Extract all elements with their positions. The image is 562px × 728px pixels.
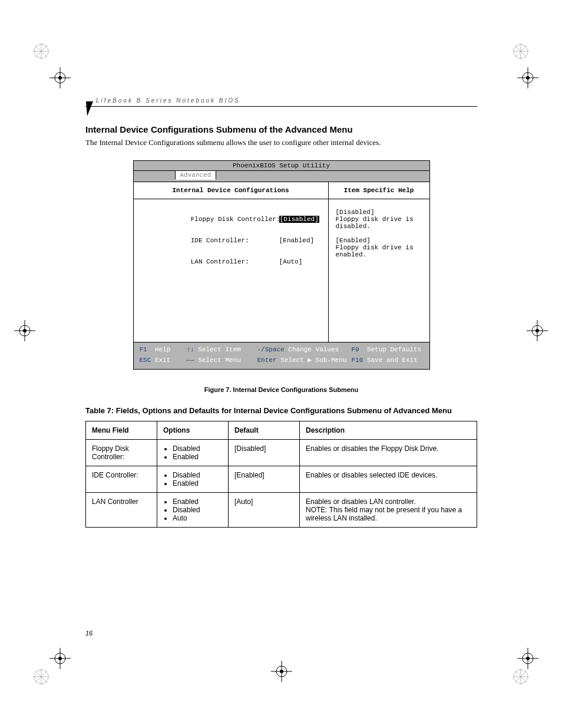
th-menu-field: Menu Field <box>86 421 157 440</box>
bios-option-value[interactable]: [Auto] <box>279 258 303 265</box>
cell-menu-field: IDE Controller: <box>86 466 157 493</box>
header-rule <box>85 106 477 107</box>
key-updown: ↑↓ <box>187 346 194 353</box>
option-item: Disabled <box>173 506 222 514</box>
registration-rosette-icon <box>512 42 530 60</box>
help-line: disabled. <box>336 223 422 230</box>
svg-point-38 <box>280 670 283 673</box>
bios-option-label: Floppy Disk Controller: <box>191 216 279 223</box>
svg-point-47 <box>526 657 530 660</box>
bios-option-label: LAN Controller: <box>191 258 279 265</box>
crop-mark-icon <box>14 320 35 341</box>
crop-mark-icon <box>527 320 548 341</box>
key-enter: Enter <box>257 357 277 364</box>
bios-help-heading: Item Specific Help <box>329 182 429 199</box>
table-header-row: Menu Field Options Default Description <box>86 421 477 440</box>
table-row: LAN ControllerEnabledDisabledAuto[Auto]E… <box>86 493 477 528</box>
bios-tab-advanced[interactable]: Advanced <box>175 170 217 180</box>
option-item: Enabled <box>173 498 222 506</box>
foot-label: Help <box>155 346 170 353</box>
svg-point-21 <box>23 329 27 332</box>
bios-tab-bar: Advanced <box>134 171 429 182</box>
cell-default: [Enabled] <box>229 466 300 493</box>
section-title: Internal Device Configurations Submenu o… <box>85 124 477 134</box>
foot-label: Change Values <box>288 346 339 353</box>
svg-point-8 <box>58 76 62 80</box>
bios-option-value-selected[interactable]: [Disabled] <box>279 216 319 223</box>
help-line: [Disabled] <box>336 209 422 216</box>
option-item: Auto <box>173 514 222 522</box>
bios-options-heading: Internal Device Configurations <box>134 182 328 199</box>
help-line: Floppy disk drive is <box>336 216 422 223</box>
crop-mark-icon <box>517 67 538 88</box>
key-f1: F1 <box>140 346 147 353</box>
th-description: Description <box>300 421 477 440</box>
table-caption: Table 7: Fields, Options and Defaults fo… <box>85 406 477 415</box>
crop-mark-icon <box>271 661 292 682</box>
crop-mark-icon <box>49 67 71 88</box>
registration-rosette-icon <box>32 668 50 686</box>
key-leftright: ←→ <box>187 357 194 364</box>
cell-default: [Auto] <box>229 493 300 528</box>
option-item: Enabled <box>173 479 222 487</box>
table-row: IDE Controller:DisabledEnabled[Enabled]E… <box>86 466 477 493</box>
registration-rosette-icon <box>512 668 530 686</box>
option-item: Disabled <box>173 471 222 479</box>
foot-label: Save and Exit <box>367 357 418 364</box>
key-minus-space: -/Space <box>257 346 285 353</box>
key-esc: ESC <box>140 357 151 364</box>
bios-option-row[interactable]: LAN Controller:[Auto] <box>144 251 318 272</box>
cell-description: Enables or disables LAN controller. NOTE… <box>300 493 477 528</box>
th-options: Options <box>157 421 229 440</box>
header-tick-icon <box>85 101 94 117</box>
bios-help-text: [Disabled] Floppy disk drive is disabled… <box>329 199 429 342</box>
foot-label: Setup Defaults <box>367 346 421 353</box>
registration-rosette-icon <box>32 42 50 60</box>
cell-menu-field: Floppy Disk Controller: <box>86 440 157 466</box>
bios-option-row[interactable]: Floppy Disk Controller:[Disabled] <box>144 209 318 230</box>
crop-mark-icon <box>49 648 71 669</box>
crop-mark-icon <box>517 648 538 669</box>
help-line: enabled. <box>336 251 422 258</box>
page-content: LifeBook B Series Notebook BIOS Internal… <box>85 97 477 528</box>
foot-label: Select Menu <box>198 357 241 364</box>
cell-options: DisabledEnabled <box>157 466 229 493</box>
cell-options: DisabledEnabled <box>157 440 229 466</box>
running-head-text: LifeBook B Series Notebook BIOS <box>96 97 477 104</box>
svg-point-17 <box>526 76 530 80</box>
running-head: LifeBook B Series Notebook BIOS <box>85 97 477 107</box>
page-number: 16 <box>85 630 92 637</box>
option-item: Disabled <box>173 444 222 453</box>
help-line: Floppy disk drive is <box>336 244 422 251</box>
bios-option-value[interactable]: [Enabled] <box>279 237 314 244</box>
svg-point-34 <box>58 657 62 660</box>
foot-label: Select Item <box>198 346 241 353</box>
cell-description: Enables or disables the Floppy Disk Driv… <box>300 440 477 466</box>
intro-paragraph: The Internal Device Configurations subme… <box>85 138 477 147</box>
foot-label: Exit <box>155 357 170 364</box>
key-f10: F10 <box>352 357 363 364</box>
bios-footer: F1 Help ↑↓ Select Item -/Space Change Va… <box>134 342 429 369</box>
cell-menu-field: LAN Controller <box>86 493 157 528</box>
table-row: Floppy Disk Controller:DisabledEnabled[D… <box>86 440 477 466</box>
bios-options-pane: Internal Device Configurations Floppy Di… <box>134 182 329 342</box>
bios-window: PhoenixBIOS Setup Utility Advanced Inter… <box>133 160 430 370</box>
th-default: Default <box>229 421 300 440</box>
foot-label: Select ▶ Sub-Menu <box>280 357 346 364</box>
key-f9: F9 <box>352 346 359 353</box>
cell-default: [Disabled] <box>229 440 300 466</box>
figure-caption: Figure 7. Internal Device Configurations… <box>85 386 477 393</box>
fields-table: Menu Field Options Default Description F… <box>85 421 477 528</box>
bios-title: PhoenixBIOS Setup Utility <box>134 161 429 171</box>
bios-option-row[interactable]: IDE Controller:[Enabled] <box>144 230 318 251</box>
option-item: Enabled <box>173 453 222 461</box>
cell-description: Enables or disables selected IDE devices… <box>300 466 477 493</box>
bios-option-label: IDE Controller: <box>191 237 279 244</box>
bios-help-pane: Item Specific Help [Disabled] Floppy dis… <box>329 182 429 342</box>
help-line: [Enabled] <box>336 237 422 244</box>
cell-options: EnabledDisabledAuto <box>157 493 229 528</box>
svg-point-25 <box>535 329 539 332</box>
